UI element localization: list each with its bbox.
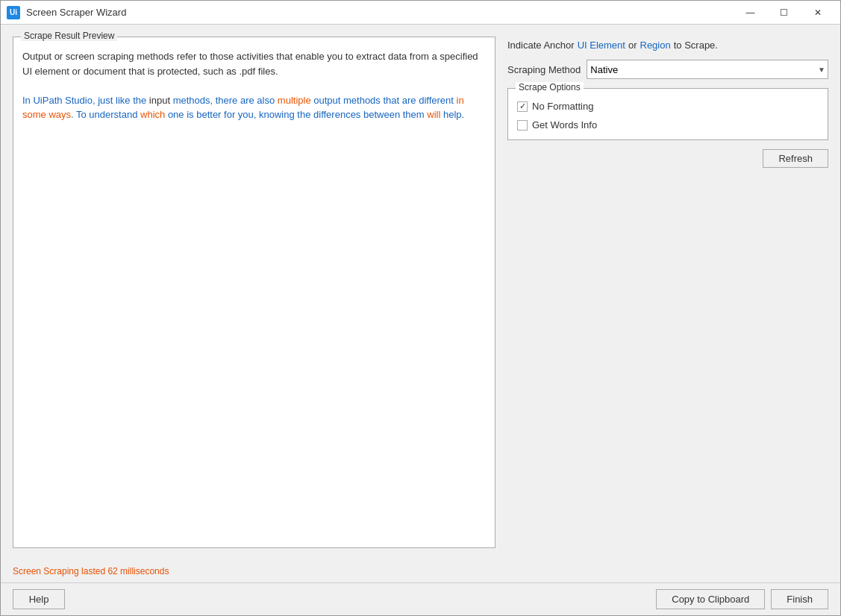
no-formatting-option: No Formatting <box>517 101 819 112</box>
footer-right: Copy to Clipboard Finish <box>656 589 828 609</box>
refresh-button[interactable]: Refresh <box>763 149 828 168</box>
scrape-result-group: Scrape Result Preview Output or screen s… <box>13 37 495 548</box>
right-panel: Indicate Anchor UI Element or Region to … <box>507 37 828 548</box>
scrape-result-content: Output or screen scraping methods refer … <box>13 37 495 547</box>
finish-button[interactable]: Finish <box>771 589 828 609</box>
copy-to-clipboard-button[interactable]: Copy to Clipboard <box>656 589 765 609</box>
window-title: Screen Scraper Wizard <box>26 7 734 18</box>
footer-left: Help <box>13 589 65 609</box>
refresh-btn-row: Refresh <box>507 149 828 168</box>
title-bar: Ui Screen Scraper Wizard — ☐ ✕ <box>1 1 840 25</box>
main-window: Ui Screen Scraper Wizard — ☐ ✕ Scrape Re… <box>0 0 841 616</box>
indicate-anchor-row: Indicate Anchor UI Element or Region to … <box>507 37 828 51</box>
status-message: Screen Scraping lasted 62 milliseconds <box>13 566 169 576</box>
preview-text-colored: In UiPath Studio, just like the input me… <box>22 93 486 122</box>
get-words-info-checkbox[interactable] <box>517 120 528 131</box>
maximize-button[interactable]: ☐ <box>767 1 801 24</box>
get-words-info-option: Get Words Info <box>517 119 819 131</box>
ui-element-link[interactable]: UI Element <box>578 40 625 51</box>
no-formatting-label: No Formatting <box>532 101 593 112</box>
help-button[interactable]: Help <box>13 589 65 609</box>
status-bar: Screen Scraping lasted 62 milliseconds <box>1 560 840 582</box>
window-controls: — ☐ ✕ <box>734 1 834 24</box>
indicate-anchor-prefix: Indicate Anchor <box>507 40 575 51</box>
app-icon: Ui <box>7 6 20 19</box>
indicate-anchor-or: or <box>628 40 637 51</box>
scraping-method-select-wrapper: Native FullText OCR ▼ <box>587 60 828 79</box>
indicate-anchor-suffix: to Scrape. <box>674 40 718 51</box>
close-button[interactable]: ✕ <box>801 1 834 24</box>
left-panel: Scrape Result Preview Output or screen s… <box>13 37 495 548</box>
scrape-options-group: Scrape Options No Formatting Get Words I… <box>507 88 828 140</box>
options-list: No Formatting Get Words Info <box>517 98 819 131</box>
scraping-method-select[interactable]: Native FullText OCR <box>587 60 828 79</box>
no-formatting-checkbox[interactable] <box>517 101 528 112</box>
preview-text-normal: Output or screen scraping methods refer … <box>22 49 486 78</box>
get-words-info-label: Get Words Info <box>532 119 597 131</box>
scrape-options-legend: Scrape Options <box>516 82 584 92</box>
main-content: Scrape Result Preview Output or screen s… <box>1 25 840 560</box>
footer: Help Copy to Clipboard Finish <box>1 582 840 615</box>
scraping-method-label: Scraping Method <box>507 64 581 75</box>
content-area: Scrape Result Preview Output or screen s… <box>1 25 840 582</box>
scraping-method-row: Scraping Method Native FullText OCR ▼ <box>507 60 828 79</box>
region-link[interactable]: Region <box>640 40 671 51</box>
scrape-result-legend: Scrape Result Preview <box>21 31 117 41</box>
minimize-button[interactable]: — <box>734 1 767 24</box>
